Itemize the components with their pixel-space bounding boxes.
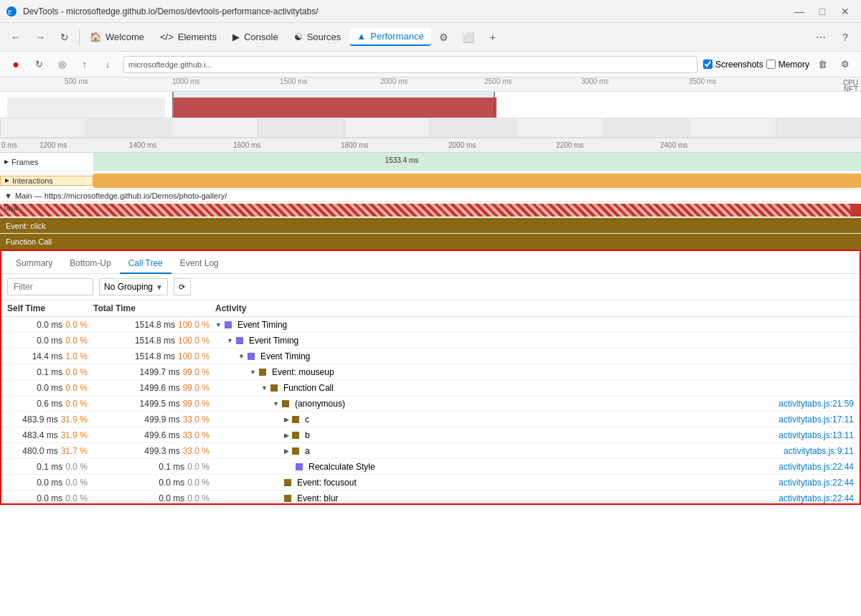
settings-panel-button[interactable]: ⚙ [835,55,855,75]
interactions-expand-icon[interactable]: ▶ [5,177,9,184]
thumb-7 [517,118,603,138]
ruler2-1200ms: 1200 ms [39,141,67,149]
expand-icon[interactable]: ▼ [227,337,233,344]
expand-icon[interactable]: ▼ [261,384,268,392]
self-time-header: Self Time [7,303,93,313]
cell-total-time: 499.9 ms 33.0 % [93,414,215,425]
expand-icon[interactable]: ▼ [215,321,222,328]
grouping-label: No Grouping [104,282,153,292]
filter-input[interactable] [7,278,93,295]
timeline-overview[interactable] [0,92,861,138]
self-pct-value: 31.9 % [61,430,88,440]
cast-icon[interactable]: ⬜ [457,26,480,49]
total-pct-value: 100.0 % [178,336,210,346]
expand-icon[interactable]: ▶ [284,432,289,439]
main-collapse-icon[interactable]: ▼ [4,191,12,200]
expand-icon[interactable]: ▼ [238,353,245,360]
source-link[interactable]: activitytabs.js:9:11 [739,446,854,456]
forward-button[interactable]: → [29,26,52,49]
tab-elements[interactable]: </> Elements [153,29,224,45]
self-pct-value: 0.0 % [65,336,88,346]
tab-sources[interactable]: ☯ Sources [287,29,349,45]
cell-total-time: 1499.6 ms 99.0 % [93,383,215,393]
ruler-tick-2000: 2000 ms [380,77,408,85]
main-thread-text: Main — https://microsoftedge.github.io/D… [15,191,227,200]
more-tools-button[interactable]: ⋯ [809,26,832,49]
activity-label: a [305,446,310,456]
tab-bottom-up[interactable]: Bottom-Up [61,254,119,274]
maximize-button[interactable]: □ [812,4,832,19]
tab-performance[interactable]: ▲ Performance [349,28,430,46]
table-row: 0.1 ms 0.0 % 1499.7 ms 99.0 % ▼ Event: m… [1,364,860,380]
activity-color-box [284,479,291,486]
tab-event-log[interactable]: Event Log [171,254,227,274]
ruler-tick-2500: 2500 ms [484,77,512,85]
delete-recording-button[interactable]: 🗑 [812,55,832,75]
cell-total-time: 0.1 ms 0.0 % [93,462,215,472]
expand-icon[interactable]: ▶ [284,416,289,423]
activity-label: Event: blur [297,493,338,503]
activity-label: Function Call [283,383,334,393]
close-button[interactable]: ✕ [835,4,855,19]
net-label: NET [844,85,858,92]
cell-activity: ▼ Event Timing [215,336,854,346]
record-button[interactable]: ● [6,55,26,75]
cell-activity: ▼ Function Call [215,383,854,393]
table-row: 0.0 ms 0.0 % 1514.8 ms 100.0 % ▼ Event T… [1,333,860,349]
upload-button[interactable]: ↑ [75,55,95,75]
add-tab-button[interactable]: + [481,26,504,49]
thumb-1 [0,118,85,138]
interactions-track-label[interactable]: ▶ Interactions [0,176,93,186]
expand-icon[interactable]: ▼ [250,369,256,376]
refresh-button[interactable]: ↻ [53,26,76,49]
clear-button[interactable]: ◎ [52,55,72,75]
screenshots-checkbox[interactable] [703,60,712,69]
back-button[interactable]: ← [4,26,27,49]
source-link[interactable]: activitytabs.js:21:59 [739,399,854,409]
total-ms-value: 1514.8 ms [135,336,175,346]
refresh-activity-button[interactable]: ⟳ [174,278,191,295]
screenshots-checkbox-label[interactable]: Screenshots [703,60,763,70]
total-ms-value: 0.1 ms [159,462,184,472]
tab-summary[interactable]: Summary [7,254,61,274]
expand-icon[interactable]: ▶ [284,447,289,455]
table-row: 0.1 ms 0.0 % 0.1 ms 0.0 % Recalculate St… [1,459,860,475]
tab-welcome[interactable]: 🏠 Welcome [83,29,151,45]
memory-checkbox[interactable] [766,60,776,69]
activity-label: (anonymous) [295,399,345,409]
cell-self-time: 0.0 ms 0.0 % [7,336,93,346]
source-link[interactable]: activitytabs.js:22:44 [739,478,854,488]
help-icon[interactable]: ? [834,26,857,49]
tab-console[interactable]: ▶ Console [225,29,286,45]
elements-icon: </> [160,32,174,42]
total-ms-value: 1499.5 ms [140,399,180,409]
tab-call-tree[interactable]: Call Tree [120,254,171,274]
expand-icon[interactable]: ▼ [273,400,279,407]
table-header: Self Time Total Time Activity [1,300,860,317]
cell-self-time: 0.1 ms 0.0 % [7,367,93,377]
activity-color-box [248,353,255,360]
total-ms-value: 1499.6 ms [140,383,180,393]
source-link[interactable]: activitytabs.js:13:11 [739,430,854,440]
window-controls: — □ ✕ [789,4,855,19]
reload-record-button[interactable]: ↻ [29,55,49,75]
source-link[interactable]: activitytabs.js:17:11 [739,414,854,425]
frames-expand-icon[interactable]: ▶ [4,158,9,165]
download-button[interactable]: ↓ [98,55,118,75]
cell-self-time: 0.0 ms 0.0 % [7,493,93,503]
activity-color-box [296,463,303,470]
minimize-button[interactable]: — [789,4,809,19]
activity-label: c [305,414,309,425]
activity-color-box [292,432,299,439]
source-link[interactable]: activitytabs.js:22:44 [739,462,854,472]
task-bar-end [850,204,861,217]
memory-checkbox-label[interactable]: Memory [766,60,809,70]
grouping-dropdown[interactable]: No Grouping ▼ [99,278,168,295]
interactions-bar [93,174,861,188]
self-ms-value: 0.6 ms [37,399,62,409]
frames-track-label[interactable]: ▶ Frames [0,158,93,166]
source-link[interactable]: activitytabs.js:22:44 [739,493,854,503]
settings-icon[interactable]: ⚙ [433,26,456,49]
table-row: 0.0 ms 0.0 % 0.0 ms 0.0 % Event: focusou… [1,475,860,491]
sources-icon: ☯ [294,32,303,42]
